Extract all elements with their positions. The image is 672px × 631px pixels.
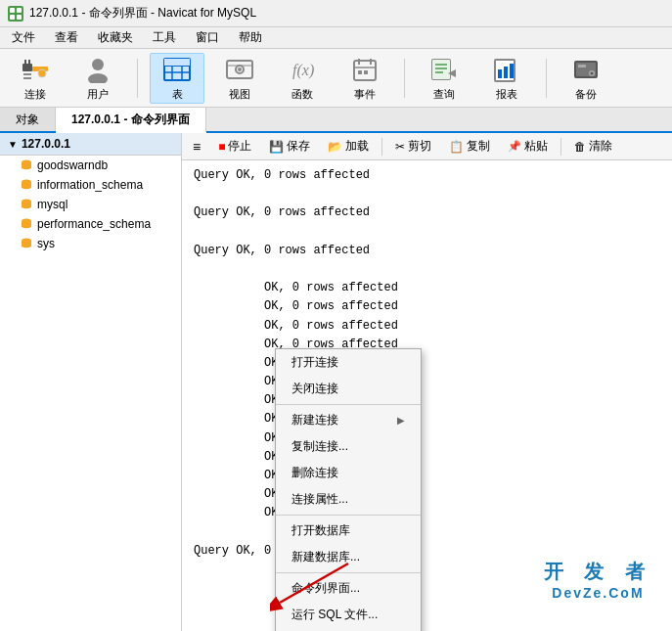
cmd-copy-btn[interactable]: 📋 复制: [442, 135, 497, 158]
ctx-separator-10: [276, 572, 421, 573]
svg-rect-28: [358, 70, 362, 74]
backup-icon: [570, 54, 602, 85]
svg-rect-39: [510, 64, 514, 78]
sidebar-item-information-schema[interactable]: information_schema: [0, 175, 181, 195]
svg-rect-5: [24, 60, 26, 65]
menu-file[interactable]: 文件: [4, 27, 43, 48]
ctx-item----sql------[interactable]: 运行 SQL 文件...: [276, 602, 421, 628]
function-icon: f(x): [287, 54, 318, 85]
svg-point-8: [38, 69, 46, 77]
copy-icon: 📋: [449, 140, 464, 154]
sidebar-item-goodswarndb[interactable]: goodswarndb: [0, 156, 181, 175]
content-area: ≡ ■ 停止 💾 保存 📂 加载 ✂ 剪切 📋 复制: [182, 133, 672, 631]
expand-icon: ▼: [8, 139, 18, 150]
svg-rect-4: [22, 64, 32, 71]
event-label: 事件: [354, 87, 376, 102]
sidebar-item-performance-schema[interactable]: performance_schema: [0, 214, 181, 234]
svg-rect-38: [504, 67, 508, 78]
cmd-menu-btn[interactable]: ≡: [186, 136, 207, 158]
query-output[interactable]: Query OK, 0 rows affected Query OK, 0 ro…: [182, 160, 672, 631]
svg-rect-37: [498, 69, 502, 78]
cmd-load-btn[interactable]: 📂 加载: [321, 135, 376, 158]
ctx-item-----[interactable]: 打开连接: [276, 349, 421, 376]
app-icon: [8, 6, 23, 22]
tab-command-line[interactable]: 127.0.0.1 - 命令列界面: [56, 108, 206, 133]
sidebar-item-mysql[interactable]: mysql: [0, 195, 181, 214]
event-button[interactable]: 事件: [337, 53, 392, 104]
sidebar-header[interactable]: ▼ 127.0.0.1: [0, 133, 181, 156]
svg-rect-10: [23, 77, 31, 79]
menu-view[interactable]: 查看: [47, 27, 86, 48]
backup-button[interactable]: 备份: [559, 53, 613, 104]
ctx-item--------[interactable]: 复制连接...: [276, 433, 421, 460]
menu-tools[interactable]: 工具: [145, 27, 184, 48]
db-icon-performance-schema: [20, 217, 33, 231]
view-button[interactable]: 视图: [212, 53, 267, 104]
function-button[interactable]: f(x) 函数: [275, 53, 330, 104]
ctx-item-----[interactable]: 删除连接: [276, 460, 421, 486]
db-icon-information-schema: [20, 178, 33, 192]
toolbar: 连接 用户 表: [0, 49, 672, 108]
user-icon: [82, 54, 113, 85]
svg-rect-3: [17, 15, 22, 20]
menu-help[interactable]: 帮助: [231, 27, 270, 48]
tab-bar: 对象 127.0.0.1 - 命令列界面: [0, 108, 672, 133]
query-button[interactable]: 查询: [417, 53, 471, 104]
svg-rect-6: [28, 60, 30, 65]
svg-rect-31: [432, 60, 450, 79]
ctx-item---------[interactable]: 命令列界面...: [276, 575, 421, 602]
context-menu: 打开连接关闭连接新建连接▶复制连接...删除连接连接属性...打开数据库新建数据…: [275, 348, 422, 631]
table-button[interactable]: 表: [150, 53, 204, 104]
ctx-item-----[interactable]: 新建连接▶: [276, 407, 421, 433]
user-label: 用户: [87, 87, 109, 102]
cmd-separator: [381, 138, 382, 156]
connect-label: 连接: [24, 87, 46, 102]
event-icon: [349, 54, 381, 85]
cmd-clear-btn[interactable]: 🗑 清除: [567, 135, 619, 158]
save-icon: 💾: [269, 140, 284, 154]
view-icon: [224, 54, 255, 85]
stop-icon: ■: [218, 140, 225, 154]
cmd-paste-btn[interactable]: 📌 粘贴: [501, 135, 555, 158]
connect-button[interactable]: 连接: [8, 53, 63, 104]
cmd-save-btn[interactable]: 💾 保存: [262, 135, 317, 158]
separator-3: [546, 59, 547, 98]
separator-1: [137, 59, 138, 98]
svg-point-12: [88, 73, 108, 83]
cut-icon: ✂: [395, 140, 405, 154]
menu-window[interactable]: 窗口: [188, 27, 227, 48]
load-icon: 📂: [328, 140, 342, 154]
db-icon-goodswarndb: [20, 158, 33, 172]
svg-rect-9: [23, 73, 31, 75]
ctx-separator-2: [276, 404, 421, 405]
menu-bar: 文件 查看 收藏夹 工具 窗口 帮助: [0, 27, 672, 49]
menu-favorites[interactable]: 收藏夹: [90, 27, 141, 48]
svg-text:f(x): f(x): [292, 62, 314, 79]
query-label: 查询: [433, 87, 455, 102]
connection-name: 127.0.0.1: [22, 137, 70, 151]
table-icon: [161, 54, 193, 85]
main-layout: ▼ 127.0.0.1 goodswarndb information_sche…: [0, 133, 672, 631]
table-label: 表: [172, 87, 183, 102]
ctx-item-----[interactable]: 关闭连接: [276, 376, 421, 402]
cmd-cut-btn[interactable]: ✂ 剪切: [388, 135, 438, 158]
svg-rect-42: [578, 65, 586, 68]
separator-2: [404, 59, 405, 98]
svg-rect-18: [164, 59, 190, 66]
svg-point-11: [92, 59, 104, 70]
report-button[interactable]: 报表: [479, 53, 534, 104]
ctx-item--------[interactable]: 连接属性...: [276, 486, 421, 513]
cmd-stop-btn[interactable]: ■ 停止: [211, 135, 258, 158]
user-button[interactable]: 用户: [70, 53, 125, 104]
svg-rect-0: [10, 8, 15, 13]
ctx-item---------[interactable]: 新建数据库...: [276, 544, 421, 570]
sidebar-item-sys[interactable]: sys: [0, 234, 181, 253]
tab-objects[interactable]: 对象: [0, 108, 56, 131]
connect-icon: [20, 54, 51, 85]
title-bar: 127.0.0.1 - 命令列界面 - Navicat for MySQL: [0, 0, 672, 27]
hamburger-icon: ≡: [193, 139, 201, 155]
ctx-item------[interactable]: 打开数据库: [276, 518, 421, 544]
view-label: 视图: [229, 87, 250, 102]
ctx-separator-7: [276, 515, 421, 516]
cmd-toolbar: ≡ ■ 停止 💾 保存 📂 加载 ✂ 剪切 📋 复制: [182, 133, 672, 160]
